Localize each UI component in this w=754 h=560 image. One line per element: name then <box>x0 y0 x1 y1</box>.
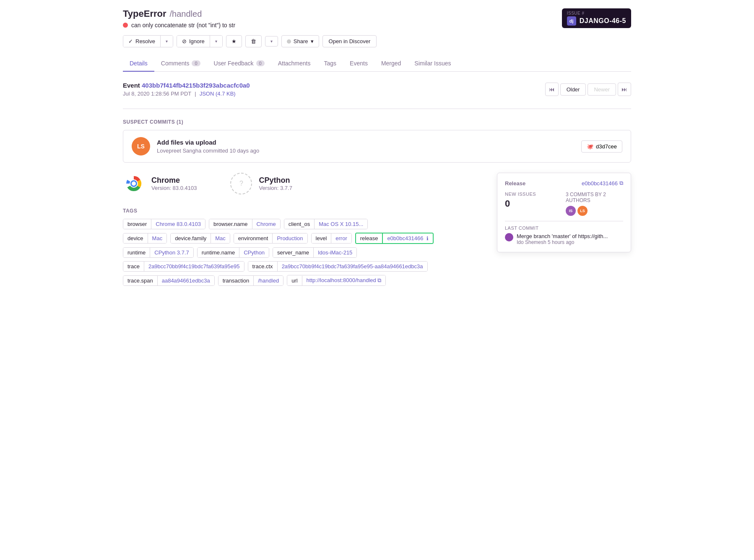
issue-number-label: ISSUE # <box>567 11 626 16</box>
star-icon: ★ <box>231 38 237 44</box>
suspect-commits-label: SUSPECT COMMITS (1) <box>123 119 631 125</box>
release-popup: Release e0b0bc431466 ⧉ NEW ISSUES 0 3 CO… <box>497 173 631 252</box>
tags-row-4: trace 2a9bcc70bb9f4c19bdc7fa639fa95e95 t… <box>123 261 631 272</box>
commit-card: LS Add files via upload Lovepreet Sangha… <box>123 130 631 163</box>
author-avatar-1: IS <box>566 206 576 216</box>
issue-number: DJANGO-46-5 <box>580 17 626 25</box>
tag-trace: trace 2a9bcc70bb9f4c19bdc7fa639fa95e95 <box>123 261 244 272</box>
more-actions-button[interactable]: ▾ <box>265 36 278 47</box>
ignore-icon: ⊘ <box>182 38 187 44</box>
cpython-card: ? CPython Version: 3.7.7 <box>230 173 292 194</box>
error-dot <box>123 23 128 28</box>
chrome-icon <box>123 173 145 194</box>
svg-point-3 <box>132 181 136 186</box>
browser-name: Chrome <box>151 176 197 185</box>
release-popup-hash[interactable]: e0b0bc431466 ⧉ <box>582 180 623 187</box>
release-popup-label: Release <box>505 180 525 187</box>
tag-device: device Mac <box>123 233 167 244</box>
tab-tags[interactable]: Tags <box>317 56 343 72</box>
author-avatar-2: LS <box>577 206 588 216</box>
event-json-link[interactable]: JSON (4.7 KB) <box>200 91 236 97</box>
tab-comments[interactable]: Comments 0 <box>154 56 207 72</box>
tag-runtime-name: runtime.name CPython <box>197 247 269 258</box>
browser-card: Chrome Version: 83.0.4103 <box>123 173 197 194</box>
tab-merged[interactable]: Merged <box>374 56 408 72</box>
event-date: Jul 8, 2020 1:28:56 PM PDT <box>123 91 191 97</box>
browser-section: Chrome Version: 83.0.4103 ? CPython Vers… <box>123 173 631 194</box>
separator: | <box>195 91 196 97</box>
commits-stat: 3 COMMITS BY 2 AUTHORS IS LS <box>566 192 623 216</box>
tag-release: release e0b0bc431466 ℹ <box>355 233 434 244</box>
chevron-down-icon: ▾ <box>166 39 168 44</box>
last-commit-message: Merge branch 'master' of https://gith... <box>517 233 608 239</box>
tabs: Details Comments 0 User Feedback 0 Attac… <box>123 56 631 72</box>
cpython-version: Version: 3.7.7 <box>259 185 292 191</box>
last-commit-section: LAST COMMIT Merge branch 'master' of htt… <box>505 221 623 245</box>
new-issues-stat: NEW ISSUES 0 <box>505 192 562 216</box>
event-label: Event <box>123 82 140 89</box>
check-icon: ✓ <box>128 38 133 44</box>
cpython-name: CPython <box>259 176 292 185</box>
commit-hash-button[interactable]: 🐙 d3d7cee <box>581 140 622 153</box>
share-button[interactable]: Share ▾ <box>281 35 319 47</box>
tags-row-5: trace.span aa84a94661edbc3a transaction … <box>123 275 631 286</box>
resolve-dropdown[interactable]: ▾ <box>161 36 173 47</box>
browser-version: Version: 83.0.4103 <box>151 185 197 191</box>
copy-icon: ⧉ <box>619 180 623 187</box>
tag-url: url http://localhost:8000/handled ⧉ <box>287 275 386 286</box>
comments-badge: 0 <box>192 60 200 66</box>
chevron-down-icon-4: ▾ <box>311 38 314 44</box>
ignore-dropdown[interactable]: ▾ <box>210 36 222 47</box>
ignore-group: ⊘ Ignore ▾ <box>177 35 223 47</box>
newer-button[interactable]: Newer <box>588 83 616 96</box>
last-commit-avatar <box>505 233 513 241</box>
issue-subtitle: can only concatenate str (not "int") to … <box>131 22 235 29</box>
tag-device-family: device.family Mac <box>170 233 230 244</box>
trash-icon: 🗑 <box>251 38 256 44</box>
tag-browser: browser Chrome 83.0.4103 <box>123 219 205 229</box>
tab-user-feedback[interactable]: User Feedback 0 <box>207 56 271 72</box>
tag-trace-ctx: trace.ctx 2a9bcc70bb9f4c19bdc7fa639fa95e… <box>248 261 428 272</box>
issue-path: /handled <box>170 9 202 19</box>
issue-number-badge: ISSUE # dj DJANGO-46-5 <box>562 8 631 28</box>
toolbar: ✓ Resolve ▾ ⊘ Ignore ▾ ★ 🗑 ▾ <box>123 35 631 47</box>
open-in-discover-button[interactable]: Open in Discover <box>322 35 377 47</box>
tag-runtime: runtime CPython 3.7.7 <box>123 247 194 258</box>
tab-events[interactable]: Events <box>343 56 374 72</box>
chevron-down-icon-2: ▾ <box>215 39 217 44</box>
delete-button[interactable]: 🗑 <box>245 35 262 47</box>
older-button[interactable]: Older <box>560 83 586 96</box>
issue-type: TypeError <box>123 8 166 19</box>
event-section: Event 403bb7f414fb4215b3f293abcacfc0a0 J… <box>123 82 631 109</box>
tag-server-name: server_name Idos-iMac-215 <box>273 247 357 258</box>
tag-client-os: client_os Mac OS X 10.15... <box>284 219 368 229</box>
commit-avatar: LS <box>132 137 150 156</box>
github-icon: 🐙 <box>587 143 593 150</box>
user-feedback-badge: 0 <box>256 60 265 66</box>
tag-environment: environment Production <box>234 233 308 244</box>
django-icon: dj <box>567 16 576 26</box>
resolve-group: ✓ Resolve ▾ <box>123 35 173 47</box>
tab-attachments[interactable]: Attachments <box>271 56 317 72</box>
tag-trace-span: trace.span aa84a94661edbc3a <box>123 275 215 286</box>
bookmark-button[interactable]: ★ <box>226 35 242 47</box>
external-link-icon: ⧉ <box>377 277 381 283</box>
share-dot-icon <box>287 39 291 44</box>
info-icon: ℹ <box>426 236 429 241</box>
tab-details[interactable]: Details <box>123 56 154 72</box>
commit-title: Add files via upload <box>157 139 259 146</box>
tag-level: level error <box>311 233 352 244</box>
resolve-button[interactable]: ✓ Resolve <box>123 36 161 47</box>
event-id-link[interactable]: 403bb7f414fb4215b3f293abcacfc0a0 <box>142 82 250 89</box>
ignore-button[interactable]: ⊘ Ignore <box>177 36 210 47</box>
tag-browser-name: browser.name Chrome <box>209 219 281 229</box>
commit-meta: Lovepreet Sangha committed 10 days ago <box>157 148 259 154</box>
first-event-button[interactable]: ⏮ <box>545 83 559 96</box>
event-nav: ⏮ Older Newer ⏭ <box>545 83 631 96</box>
tab-similar-issues[interactable]: Similar Issues <box>408 56 458 72</box>
last-commit-meta: Ido Shemesh 5 hours ago <box>517 239 608 245</box>
last-event-button[interactable]: ⏭ <box>618 83 631 96</box>
cpython-icon: ? <box>230 173 252 194</box>
chevron-down-icon-3: ▾ <box>270 39 273 44</box>
tag-transaction: transaction /handled <box>218 275 283 286</box>
